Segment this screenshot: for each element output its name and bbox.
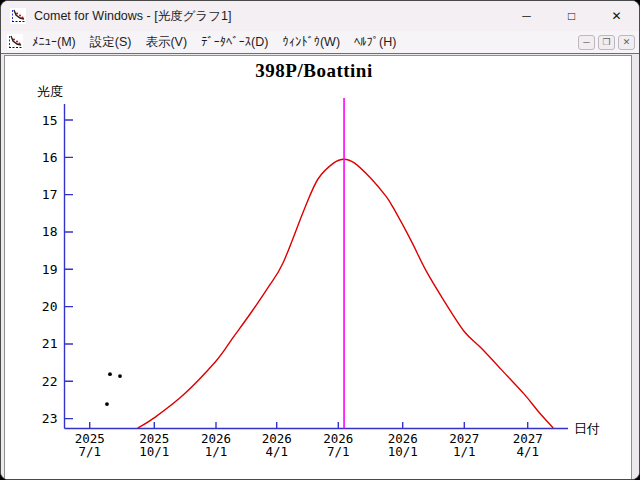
- lightcurve-chart-icon: [10, 8, 26, 24]
- title-bar: Comet for Windows - [光度グラフ1] ─ □ ✕: [1, 1, 639, 31]
- menu-item-2[interactable]: 設定(S): [90, 34, 132, 51]
- graph-canvas: [4, 55, 632, 480]
- mdi-document-lightcurve-icon[interactable]: [7, 34, 23, 50]
- menu-item-3[interactable]: 表示(V): [145, 34, 187, 51]
- y-axis-title: 光度: [37, 83, 63, 101]
- window-controls: ─ □ ✕: [504, 1, 639, 31]
- mdi-window-controls: ─ ❐ ✕: [578, 35, 635, 50]
- menu-item-4[interactable]: ﾃﾞｰﾀﾍﾞｰｽ(D): [201, 35, 268, 49]
- mdi-close-icon[interactable]: ✕: [618, 35, 635, 50]
- menu-item-6[interactable]: ﾍﾙﾌﾟ(H): [354, 35, 396, 49]
- graph-client-area: [1, 55, 640, 480]
- close-icon[interactable]: ✕: [594, 1, 639, 31]
- menu-item-1[interactable]: ﾒﾆｭｰ(M): [32, 35, 76, 49]
- chart-title: 398P/Boattini: [64, 60, 564, 82]
- window-title: Comet for Windows - [光度グラフ1]: [34, 8, 231, 25]
- menu-item-5[interactable]: ｳｨﾝﾄﾞｳ(W): [282, 35, 340, 49]
- minimize-icon[interactable]: ─: [504, 1, 549, 31]
- menu-items: ﾒﾆｭｰ(M)設定(S)表示(V)ﾃﾞｰﾀﾍﾞｰｽ(D)ｳｨﾝﾄﾞｳ(W)ﾍﾙﾌ…: [32, 34, 410, 51]
- x-axis-title: 日付: [574, 420, 600, 438]
- menu-bar: ﾒﾆｭｰ(M)設定(S)表示(V)ﾃﾞｰﾀﾍﾞｰｽ(D)ｳｨﾝﾄﾞｳ(W)ﾍﾙﾌ…: [1, 31, 639, 54]
- mdi-restore-icon[interactable]: ❐: [598, 35, 615, 50]
- maximize-icon[interactable]: □: [549, 1, 594, 31]
- mdi-minimize-icon[interactable]: ─: [578, 35, 595, 50]
- app-window: Comet for Windows - [光度グラフ1] ─ □ ✕ ﾒﾆｭｰ(…: [0, 0, 640, 480]
